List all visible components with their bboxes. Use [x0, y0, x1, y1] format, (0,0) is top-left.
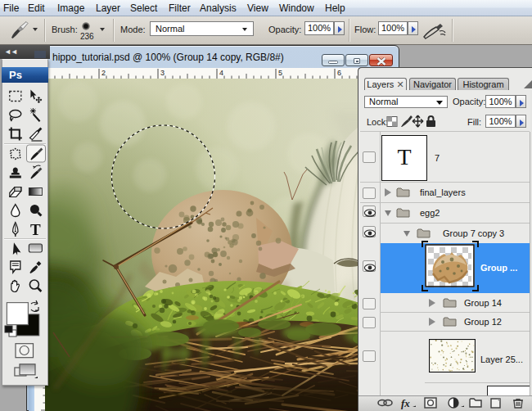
svg-text:T: T — [30, 221, 41, 238]
svg-text:fx: fx — [401, 397, 410, 409]
svg-text:6: 6 — [337, 69, 341, 77]
svg-text:4: 4 — [219, 69, 223, 77]
svg-text:5: 5 — [278, 69, 282, 77]
svg-text:3: 3 — [160, 69, 165, 77]
svg-text:2: 2 — [101, 69, 106, 77]
